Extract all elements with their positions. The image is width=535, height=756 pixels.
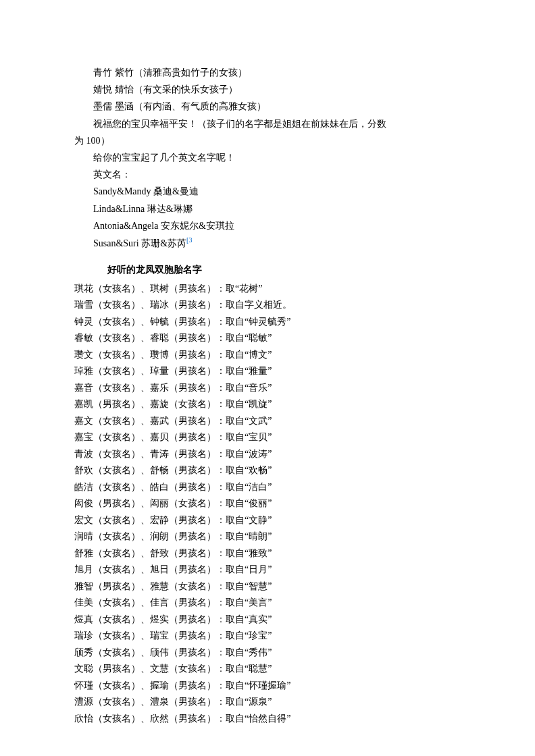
intro-line-2: 婧悦 婧怡（有文采的快乐女孩子） [74,81,461,98]
name-pair-line: 嘉音（女孩名）、嘉乐（男孩名）：取自“音乐” [74,380,461,397]
intro-line-3: 墨儒 墨涵（有内涵、有气质的高雅女孩） [74,98,461,115]
name-pair-line: 颀秀（女孩名）、颀伟（男孩名）：取自“秀伟” [74,645,461,662]
name-pair-line: 怀瑾（女孩名）、握瑜（男孩名）：取自“怀瑾握瑜” [74,678,461,695]
name-pair-line: 旭月（女孩名）、旭日（男孩名）：取自“日月” [74,562,461,578]
name-pair-line: 舒欢（女孩名）、舒畅（男孩名）：取自“欢畅” [74,462,461,479]
name-pair-line: 瓒文（女孩名）、瓒博（男孩名）：取自“博文” [74,347,461,364]
document-content: 青竹 紫竹（清雅高贵如竹子的女孩） 婧悦 婧怡（有文采的快乐女孩子） 墨儒 墨涵… [74,64,461,727]
name-pairs-list: 琪花（女孩名）、琪树（男孩名）：取“花树”瑞雪（女孩名）、瑞冰（男孩名）：取自字… [74,281,461,728]
more-line-5: Antonia&Angela 安东妮尔&安琪拉 [74,217,461,234]
name-pair-line: 青波（女孩名）、青涛（男孩名）：取自“波涛” [74,446,461,463]
more-line-4: Linda&Linna 琳达&琳娜 [74,200,461,217]
name-pair-line: 雅智（男孩名）、雅慧（女孩名）：取自“智慧” [74,578,461,595]
name-pair-line: 澧源（女孩名）、澧泉（男孩名）：取自“源泉” [74,694,461,711]
name-pair-line: 琪花（女孩名）、琪树（男孩名）：取“花树” [74,281,461,298]
intro-line-1: 青竹 紫竹（清雅高贵如竹子的女孩） [74,64,461,81]
last-english-line: Susan&Suri 苏珊&苏芮[3 [74,234,461,252]
name-pair-line: 佳美（女孩名）、佳言（男孩名）：取自“美言” [74,595,461,612]
more-line-3: Sandy&Mandy 桑迪&曼迪 [74,183,461,200]
name-pair-line: 钟灵（女孩名）、钟毓（男孩名）：取自“钟灵毓秀” [74,314,461,331]
intro-line-4: 祝福您的宝贝幸福平安！（孩子们的名字都是姐姐在前妹妹在后，分数 [74,115,461,132]
english-text: Susan&Suri 苏珊&苏芮 [93,238,186,248]
name-pair-line: 琸雅（女孩名）、琸量（男孩名）：取自“雅量” [74,363,461,380]
name-pair-line: 睿敏（女孩名）、睿聪（男孩名）：取自“聪敏” [74,330,461,347]
more-line-2: 英文名： [74,166,461,183]
reference-mark: [3 [186,236,192,244]
name-pair-line: 宏文（女孩名）、宏静（男孩名）：取自“文静” [74,512,461,529]
name-pair-line: 欣怡（女孩名）、欣然（男孩名）：取自“怡然自得” [74,711,461,728]
more-line-1: 给你的宝宝起了几个英文名字呢！ [74,149,461,166]
name-pair-line: 闳俊（男孩名）、闳丽（女孩名）：取自“俊丽” [74,495,461,512]
name-pair-line: 润晴（女孩名）、润朗（男孩名）：取自“晴朗” [74,529,461,545]
name-pair-line: 皓洁（女孩名）、皓白（男孩名）：取自“洁白” [74,479,461,496]
name-pair-line: 嘉文（女孩名）、嘉武（男孩名）：取自“文武” [74,413,461,430]
name-pair-line: 嘉凯（男孩名）、嘉旋（女孩名）：取自“凯旋” [74,396,461,413]
name-pair-line: 煜真（女孩名）、煜实（男孩名）：取自“真实” [74,612,461,628]
name-pair-line: 嘉宝（女孩名）、嘉贝（男孩名）：取自“宝贝” [74,429,461,446]
name-pair-line: 瑞珍（女孩名）、瑞宝（男孩名）：取自“珍宝” [74,628,461,645]
name-pair-line: 瑞雪（女孩名）、瑞冰（男孩名）：取自字义相近。 [74,297,461,314]
section-title: 好听的龙凤双胞胎名字 [74,261,461,278]
name-pair-line: 舒雅（女孩名）、舒致（男孩名）：取自“雅致” [74,545,461,562]
name-pair-line: 文聪（男孩名）、文慧（女孩名）：取自“聪慧” [74,661,461,678]
intro-line-5: 为 100） [74,132,461,149]
